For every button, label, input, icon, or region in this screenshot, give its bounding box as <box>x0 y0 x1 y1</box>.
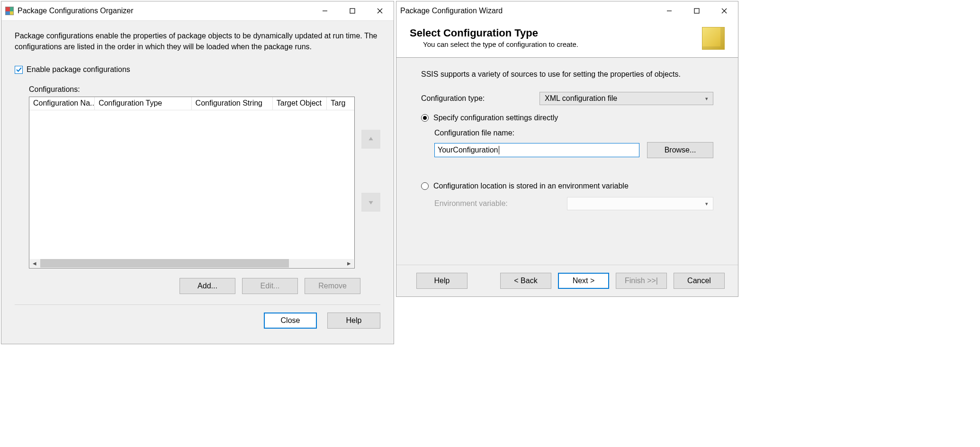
minimize-button[interactable] <box>656 1 683 20</box>
remove-button: Remove <box>305 278 360 294</box>
config-file-input[interactable]: YourConfiguration <box>434 143 639 157</box>
config-type-value: XML configuration file <box>545 94 617 103</box>
organizer-title: Package Configurations Organizer <box>18 7 134 15</box>
edit-button: Edit... <box>242 278 298 294</box>
wizard-titlebar[interactable]: Package Configuration Wizard <box>396 1 738 20</box>
close-button[interactable] <box>366 1 394 20</box>
back-button[interactable]: < Back <box>500 273 551 289</box>
wizard-title: Package Configuration Wizard <box>400 7 503 15</box>
add-button[interactable]: Add... <box>180 278 235 294</box>
app-icon <box>5 7 14 15</box>
move-up-button[interactable] <box>361 130 380 149</box>
chevron-down-icon: ▾ <box>705 201 708 207</box>
wizard-heading: Select Configuration Type <box>410 27 578 39</box>
wizard-help-button[interactable]: Help <box>416 273 468 289</box>
wizard-header: Select Configuration Type You can select… <box>396 20 738 58</box>
wizard-subheading: You can select the type of configuration… <box>423 40 578 48</box>
move-down-button[interactable] <box>361 193 380 212</box>
text-caret <box>499 146 499 154</box>
configurations-list[interactable]: Configuration Na... Configuration Type C… <box>29 97 355 268</box>
wizard-intro: SSIS supports a variety of sources to us… <box>421 70 713 79</box>
enable-configs-checkbox[interactable] <box>15 66 23 74</box>
minimize-button[interactable] <box>311 1 339 20</box>
close-button[interactable] <box>710 1 738 20</box>
organizer-description: Package configurations enable the proper… <box>15 30 380 52</box>
config-file-value: YourConfiguration <box>438 146 498 154</box>
chevron-down-icon: ▾ <box>705 96 708 102</box>
scroll-left-icon[interactable]: ◂ <box>30 259 39 268</box>
help-button[interactable]: Help <box>327 313 380 329</box>
radio-specify-directly-label: Specify configuration settings directly <box>433 114 558 122</box>
organizer-window: Package Configurations Organizer Package… <box>1 1 394 344</box>
scroll-right-icon[interactable]: ▸ <box>344 259 354 268</box>
cancel-button[interactable]: Cancel <box>674 273 725 289</box>
col-target-prop[interactable]: Targ <box>327 97 354 110</box>
enable-configs-label: Enable package configurations <box>27 65 130 74</box>
svg-rect-5 <box>694 9 699 13</box>
env-variable-dropdown: ▾ <box>567 197 713 210</box>
col-target-object[interactable]: Target Object <box>273 97 327 110</box>
finish-button: Finish >>| <box>616 273 667 289</box>
col-config-type[interactable]: Configuration Type <box>95 97 191 110</box>
close-dialog-button[interactable]: Close <box>264 313 317 329</box>
package-icon <box>702 27 725 50</box>
next-button[interactable]: Next > <box>558 273 609 289</box>
radio-env-variable[interactable] <box>421 182 429 190</box>
maximize-button[interactable] <box>339 1 366 20</box>
col-config-name[interactable]: Configuration Na... <box>29 97 95 110</box>
configurations-label: Configurations: <box>29 85 380 94</box>
list-header: Configuration Na... Configuration Type C… <box>29 97 354 110</box>
horizontal-scrollbar[interactable]: ◂ ▸ <box>30 259 354 268</box>
config-type-dropdown[interactable]: XML configuration file ▾ <box>539 92 713 105</box>
config-type-label: Configuration type: <box>421 94 539 103</box>
organizer-titlebar[interactable]: Package Configurations Organizer <box>1 1 394 20</box>
wizard-window: Package Configuration Wizard Select Conf… <box>396 1 738 297</box>
col-config-string[interactable]: Configuration String <box>192 97 273 110</box>
svg-rect-1 <box>350 9 355 13</box>
config-file-label: Configuration file name: <box>434 129 713 137</box>
radio-specify-directly[interactable] <box>421 114 429 122</box>
browse-button[interactable]: Browse... <box>647 142 713 158</box>
maximize-button[interactable] <box>683 1 710 20</box>
env-variable-label: Environment variable: <box>434 199 567 208</box>
separator <box>15 304 380 305</box>
radio-env-variable-label: Configuration location is stored in an e… <box>433 182 629 190</box>
